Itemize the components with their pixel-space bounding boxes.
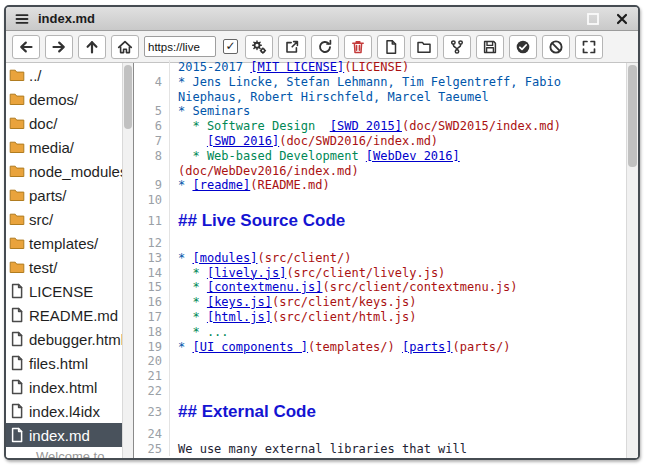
back-button[interactable] xyxy=(12,35,40,59)
editor-line: 10 xyxy=(134,193,626,208)
home-button[interactable] xyxy=(111,35,139,59)
token-list2: * Software Design xyxy=(178,119,330,133)
line-number: 13 xyxy=(134,251,170,266)
accept-button[interactable] xyxy=(509,35,537,59)
main-area: ../demos/doc/media/node_modules/parts/sr… xyxy=(6,63,638,458)
sidebar-item[interactable]: demos/ xyxy=(6,87,122,111)
sidebar-item[interactable]: test/ xyxy=(6,255,122,279)
sidebar-item[interactable]: templates/ xyxy=(6,231,122,255)
line-number: 6 xyxy=(134,119,170,134)
check-circle-icon xyxy=(515,39,531,55)
sidebar-item-label: index.l4idx xyxy=(29,403,100,420)
token-link: [UI components ] xyxy=(192,340,308,354)
sidebar-item-label: media/ xyxy=(29,139,74,156)
token-list2: * xyxy=(178,310,207,324)
code-text: * [modules](src/client/) xyxy=(170,251,626,266)
editor-line: (doc/WebDev2016/index.md) xyxy=(134,164,626,179)
token-header: ## External Code xyxy=(178,402,316,421)
sidebar-item-label: node_modules/ xyxy=(29,163,122,180)
sidebar-scrollbar-thumb[interactable] xyxy=(124,65,132,129)
editor-content[interactable]: 2015-2017 [MIT LICENSE](LICENSE)4* Jens … xyxy=(134,60,626,458)
sidebar-item[interactable]: media/ xyxy=(6,135,122,159)
reload-button[interactable] xyxy=(311,35,339,59)
open-external-button[interactable] xyxy=(278,35,306,59)
parent-directory-button[interactable] xyxy=(78,35,106,59)
window-titlebar[interactable]: index.md xyxy=(6,7,638,31)
sidebar-item-label: index.html xyxy=(29,379,97,396)
token-list2: * xyxy=(178,266,207,280)
line-number xyxy=(134,60,170,75)
sidebar-item[interactable]: index.html xyxy=(6,375,122,399)
editor-line: 7 [SWD 2016](doc/SWD2016/index.md) xyxy=(134,134,626,149)
token-url: (src/client/html.js) xyxy=(272,310,417,324)
code-text xyxy=(170,427,626,442)
sidebar-item[interactable]: LICENSE xyxy=(6,279,122,303)
sidebar-item[interactable]: index.md xyxy=(6,423,122,447)
versions-button[interactable] xyxy=(443,35,471,59)
token-url: (LICENSE) xyxy=(344,60,409,74)
new-folder-button[interactable] xyxy=(410,35,438,59)
token-url: (doc/SWD2015/index.md) xyxy=(402,119,561,133)
line-number: 7 xyxy=(134,134,170,149)
forward-button[interactable] xyxy=(45,35,73,59)
sidebar-item[interactable]: README.md xyxy=(6,303,122,327)
editor-line: 15 * [contextmenu.js](src/client/context… xyxy=(134,280,626,295)
code-text: ## External Code xyxy=(170,399,626,427)
sidebar-item[interactable]: src/ xyxy=(6,207,122,231)
sidebar-item-label: demos/ xyxy=(29,91,78,108)
window-maximize-button[interactable] xyxy=(585,11,601,27)
delete-button[interactable] xyxy=(344,35,372,59)
new-file-button[interactable] xyxy=(377,35,405,59)
auto-update-checkbox[interactable]: ✓ xyxy=(223,39,238,54)
editor-line: 6 * Software Design [SWD 2015](doc/SWD20… xyxy=(134,119,626,134)
url-input[interactable] xyxy=(144,36,216,57)
sidebar-item[interactable]: ../ xyxy=(6,63,122,87)
line-number: 20 xyxy=(134,354,170,369)
sidebar-item-label: test/ xyxy=(29,259,57,276)
save-button[interactable] xyxy=(476,35,504,59)
refresh-icon xyxy=(317,39,333,55)
token-list1 xyxy=(395,340,402,354)
sidebar-item[interactable]: node_modules/ xyxy=(6,159,122,183)
editor-line: 16 * [keys.js](src/client/keys.js) xyxy=(134,295,626,310)
editor-line: 5* Seminars xyxy=(134,104,626,119)
arrow-left-icon xyxy=(18,39,34,55)
token-url: (parts/) xyxy=(453,340,511,354)
settings-button[interactable] xyxy=(245,35,273,59)
code-text: * Seminars xyxy=(170,104,626,119)
sidebar-item[interactable]: index.l4idx xyxy=(6,399,122,423)
editor-line: 19* [UI components ](templates/) [parts]… xyxy=(134,340,626,355)
sidebar-item[interactable]: parts/ xyxy=(6,183,122,207)
window-controls xyxy=(585,11,630,27)
cancel-button[interactable] xyxy=(542,35,570,59)
sidebar-scrollbar[interactable] xyxy=(122,63,133,458)
sidebar-item-label: LICENSE xyxy=(29,283,93,300)
token-link: [keys.js] xyxy=(207,295,272,309)
folder-solid-icon xyxy=(9,139,25,155)
sidebar-item[interactable]: doc/ xyxy=(6,111,122,135)
external-link-icon xyxy=(284,39,300,55)
code-text: * [contextmenu.js](src/client/contextmen… xyxy=(170,280,626,295)
window-menu-button[interactable] xyxy=(14,11,30,27)
folder-solid-icon xyxy=(9,211,25,227)
token-link: [SWD 2015] xyxy=(330,119,402,133)
sidebar-item[interactable]: debugger.html xyxy=(6,327,122,351)
fullscreen-button[interactable] xyxy=(575,35,603,59)
editor-scrollbar[interactable] xyxy=(626,63,638,458)
token-url: (src/client/) xyxy=(257,251,351,265)
sidebar-item[interactable]: files.html xyxy=(6,351,122,375)
close-icon xyxy=(614,11,630,27)
line-number: 17 xyxy=(134,310,170,325)
trash-icon xyxy=(350,39,366,55)
token-list2: * xyxy=(178,280,207,294)
window-close-button[interactable] xyxy=(614,11,630,27)
code-text: * Jens Lincke, Stefan Lehmann, Tim Felge… xyxy=(170,75,626,90)
sidebar-item-label: README.md xyxy=(29,307,118,324)
folder-solid-icon xyxy=(9,91,25,107)
line-number: 18 xyxy=(134,325,170,340)
code-text: ## Live Source Code xyxy=(170,208,626,236)
editor-scrollbar-thumb[interactable] xyxy=(628,65,637,167)
file-doc-icon xyxy=(9,403,25,419)
line-number: 9 xyxy=(134,178,170,193)
editor-line: 8 * Web-based Development [WebDev 2016] xyxy=(134,149,626,164)
